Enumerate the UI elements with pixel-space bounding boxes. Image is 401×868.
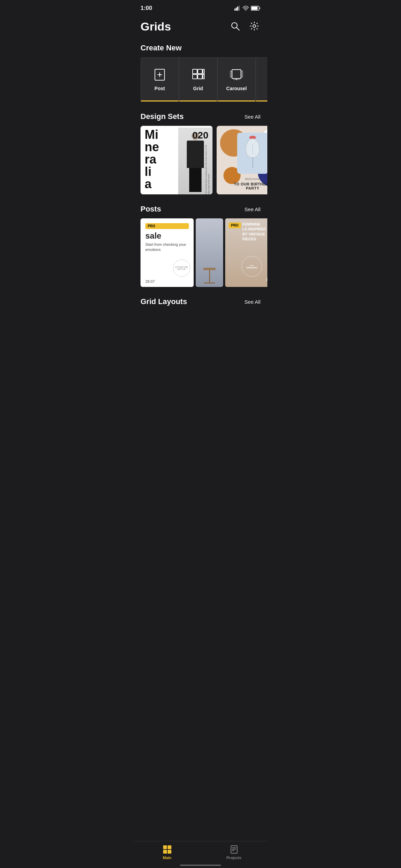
stool xyxy=(203,268,216,284)
create-new-grid[interactable]: Grid xyxy=(179,57,217,102)
card1-content: Mineralia I am not the same, having s xyxy=(141,126,212,194)
status-icons xyxy=(234,6,260,11)
stool-stem xyxy=(209,270,210,282)
svg-rect-15 xyxy=(198,69,202,74)
interior-image xyxy=(196,218,223,287)
svg-rect-3 xyxy=(239,6,240,11)
status-bar: 1:00 xyxy=(134,0,267,14)
search-button[interactable] xyxy=(229,20,241,33)
page-title: Grids xyxy=(141,20,171,33)
design-sets-header: Design Sets See All xyxy=(134,112,267,121)
post-card-sale[interactable]: PRO sale Start from checking your emotio… xyxy=(141,218,194,287)
settings-icon xyxy=(250,21,259,31)
search-icon xyxy=(230,21,240,31)
grid-icon xyxy=(191,68,205,82)
carousel-label: Carousel xyxy=(226,86,247,91)
post-card-1-title: sale xyxy=(145,232,189,240)
stool-base xyxy=(204,282,215,284)
pro-badge-1: PRO xyxy=(145,223,189,229)
grid-layouts-spacer xyxy=(141,311,260,321)
create-new-story[interactable]: Story xyxy=(256,57,267,102)
svg-rect-1 xyxy=(236,8,237,11)
collection-circle: new collection xyxy=(242,256,262,277)
svg-rect-19 xyxy=(203,74,204,79)
grid-layouts-title: Grid Layouts xyxy=(141,297,187,306)
svg-rect-16 xyxy=(203,69,204,74)
balloon-frame xyxy=(237,133,267,174)
posts-header: Posts See All xyxy=(134,205,267,214)
header: Grids xyxy=(134,14,267,40)
design-set-card-birthday[interactable]: Welcome TO OUR BIRTHDAYPARTY xyxy=(217,126,267,194)
card1-number: 020 xyxy=(192,130,208,141)
svg-rect-18 xyxy=(198,74,202,79)
card2-party-text: TO OUR BIRTHDAYPARTY xyxy=(217,182,267,190)
create-new-scroll: Post Grid xyxy=(134,57,267,102)
svg-rect-7 xyxy=(252,7,258,10)
attention-circle: ATTENTION· NOTICE · xyxy=(173,260,190,277)
create-new-label: Create New xyxy=(134,44,267,52)
battery-icon xyxy=(251,6,260,11)
posts-scroll: PRO sale Start from checking your emotio… xyxy=(134,218,267,287)
post-card-feminine[interactable]: PRO FEMININELS INSPIREDBY VINTAGE PIECES… xyxy=(225,218,267,287)
card1-big-text: Mineralia xyxy=(145,129,159,190)
post-card-interior[interactable] xyxy=(196,218,223,287)
circle-text: ATTENTION· NOTICE · xyxy=(175,266,188,270)
svg-rect-17 xyxy=(193,74,197,79)
svg-rect-14 xyxy=(193,69,197,74)
svg-point-4 xyxy=(245,10,246,11)
create-new-post[interactable]: Post xyxy=(141,57,179,102)
posts-see-all[interactable]: See All xyxy=(244,206,260,212)
circle-collection-text: collection xyxy=(246,266,257,269)
posts-section: Posts See All PRO sale Start from checki… xyxy=(134,205,267,287)
status-time: 1:00 xyxy=(141,5,152,12)
create-new-section: Create New Post xyxy=(134,40,267,102)
post-card-1-sub: Start from checking your emotions xyxy=(145,242,189,253)
grid-layouts-see-all[interactable]: See All xyxy=(244,299,260,305)
design-sets-see-all[interactable]: See All xyxy=(244,114,260,120)
wifi-icon xyxy=(243,6,249,11)
post-icon xyxy=(153,68,167,82)
grid-layouts-content xyxy=(134,311,267,321)
grid-layouts-header: Grid Layouts See All xyxy=(134,297,267,306)
post-label: Post xyxy=(155,86,165,91)
card2-text-area: Welcome TO OUR BIRTHDAYPARTY xyxy=(217,177,267,190)
balloon-container xyxy=(246,138,259,168)
stool-top xyxy=(203,268,216,270)
create-new-carousel[interactable]: Carousel xyxy=(217,57,256,102)
post-card-3-pro: PRO xyxy=(229,222,241,231)
svg-rect-2 xyxy=(237,7,238,11)
balloon-string xyxy=(253,158,253,168)
balloon-line xyxy=(253,144,253,154)
design-sets-scroll: Mineralia I am not the same, having s xyxy=(134,126,267,194)
header-actions xyxy=(229,20,260,33)
svg-point-10 xyxy=(253,25,256,27)
design-set-card-mineralia[interactable]: Mineralia I am not the same, having s xyxy=(141,126,212,194)
carousel-icon xyxy=(230,68,243,82)
posts-title: Posts xyxy=(141,205,161,214)
settings-button[interactable] xyxy=(248,20,260,33)
grid-layouts-section: Grid Layouts See All xyxy=(134,297,267,321)
balloon xyxy=(246,138,259,158)
svg-rect-21 xyxy=(230,71,232,77)
design-sets-section: Design Sets See All Mineralia xyxy=(134,112,267,194)
post-card-1-date: 29.07 xyxy=(145,279,155,284)
svg-rect-22 xyxy=(241,71,243,77)
design-sets-title: Design Sets xyxy=(141,112,184,121)
post-card-3-title: FEMININELS INSPIREDBY VINTAGE PIECES xyxy=(242,222,267,241)
svg-rect-20 xyxy=(232,70,241,79)
svg-rect-6 xyxy=(259,8,260,9)
post-card-3-text: FEMININELS INSPIREDBY VINTAGE PIECES xyxy=(242,222,267,241)
card2-welcome: Welcome xyxy=(217,177,267,181)
signal-icon xyxy=(234,6,241,11)
svg-line-9 xyxy=(236,27,239,30)
svg-rect-0 xyxy=(234,9,235,11)
grid-label: Grid xyxy=(193,86,203,91)
card1-caption: I am not the same, having seen the moon … xyxy=(205,143,210,194)
card1-left: Mineralia xyxy=(141,126,178,194)
pro-badge-2: PRO xyxy=(229,222,241,228)
